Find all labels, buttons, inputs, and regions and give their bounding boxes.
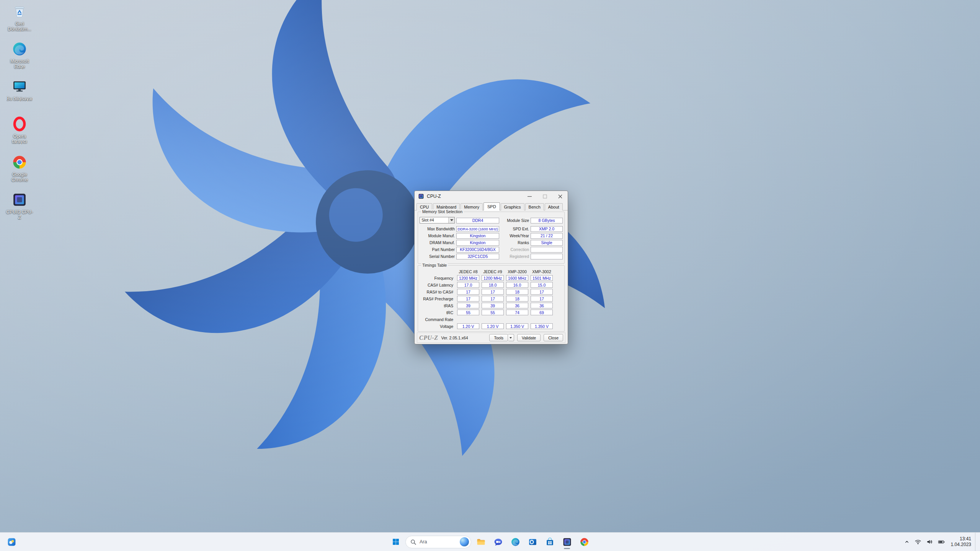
taskbar-clock[interactable]: 13:41 1.04.2023 xyxy=(948,536,974,548)
slot-select-value: Slot #4 xyxy=(420,218,448,222)
window-titlebar[interactable]: CPU-Z xyxy=(415,191,568,202)
desktop-icon-this-pc[interactable]: Bu bilgisayar xyxy=(5,79,34,101)
timing-cell: 55 xyxy=(457,310,479,315)
dram-manuf-field: Kingston xyxy=(456,240,499,246)
edge-button[interactable] xyxy=(508,534,523,549)
timing-cell: 39 xyxy=(482,303,504,308)
tab-spd[interactable]: SPD xyxy=(483,202,500,210)
network-tray-button[interactable] xyxy=(913,534,923,549)
timing-cell: 55 xyxy=(482,310,504,315)
close-dialog-button[interactable]: Close xyxy=(544,334,563,341)
field-label: Serial Number xyxy=(420,254,456,259)
opera-icon xyxy=(12,116,27,132)
timing-cell: 17 xyxy=(457,289,479,295)
timing-row-label: RAS# Precharge xyxy=(420,297,455,301)
cpuz-taskbar-button[interactable] xyxy=(559,534,575,549)
tray-overflow-button[interactable] xyxy=(902,534,912,549)
timing-cell-empty xyxy=(457,316,479,322)
desktop-icon-cpuz[interactable]: CPUID CPU-Z xyxy=(5,192,34,220)
max-bandwidth-field: DDR4-3200 (1600 MHz) xyxy=(456,226,499,232)
volume-tray-button[interactable] xyxy=(924,534,935,549)
memory-slot-selection-group: Memory Slot Selection Slot #4 DDR4 Max B… xyxy=(418,212,565,264)
file-explorer-button[interactable] xyxy=(473,534,488,549)
desktop-icon-label: CPUID CPU-Z xyxy=(5,209,34,220)
timing-cell: 1.20 V xyxy=(457,323,479,329)
chrome-button[interactable] xyxy=(577,534,592,549)
timing-row-label: CAS# Latency xyxy=(420,283,455,287)
start-button[interactable] xyxy=(388,534,403,549)
timing-cell: 36 xyxy=(506,303,528,308)
taskbar: Ara xyxy=(0,532,980,551)
desktop-icon-edge[interactable]: Microsoft Edge xyxy=(5,41,34,69)
registered-field xyxy=(531,254,563,259)
edge-icon xyxy=(511,537,520,547)
timing-row-label: tRC xyxy=(420,310,455,315)
desktop-icon-label: Geri Dönüşüm... xyxy=(5,21,34,32)
field-label: Part Number xyxy=(420,247,456,252)
timing-cell: 17 xyxy=(482,296,504,302)
timing-cell: 1200 MHz xyxy=(457,275,479,281)
tab-bench[interactable]: Bench xyxy=(525,203,544,210)
timing-cell: 1.350 V xyxy=(506,323,528,329)
timing-row-label: RAS# to CAS# xyxy=(420,290,455,294)
field-label: Registered xyxy=(501,254,531,259)
chevron-up-icon xyxy=(904,539,910,545)
timing-cell: 16.0 xyxy=(506,282,528,288)
module-size-field: 8 GBytes xyxy=(531,218,563,223)
timing-cell-empty xyxy=(482,316,504,322)
timing-cell: 17 xyxy=(482,289,504,295)
volume-icon xyxy=(926,538,933,545)
timing-cell: 18 xyxy=(506,289,528,295)
field-label: SPD Ext. xyxy=(501,227,531,231)
tab-graphics[interactable]: Graphics xyxy=(501,203,524,210)
validate-button[interactable]: Validate xyxy=(517,334,541,341)
timing-cell: 39 xyxy=(457,303,479,308)
field-label: Module Manuf. xyxy=(420,233,456,238)
tab-memory[interactable]: Memory xyxy=(461,203,483,210)
tab-about[interactable]: About xyxy=(545,203,563,210)
field-label: Module Size xyxy=(501,218,531,223)
maximize-button[interactable] xyxy=(537,191,552,202)
this-pc-icon xyxy=(12,79,27,94)
store-button[interactable] xyxy=(542,534,557,549)
desktop-icon-chrome[interactable]: Google Chrome xyxy=(5,155,34,183)
correction-field xyxy=(531,247,563,253)
ranks-field: Single xyxy=(531,240,563,246)
chrome-icon xyxy=(12,155,27,170)
field-label: Max Bandwidth xyxy=(420,227,456,231)
desktop-icon-opera[interactable]: Opera tarayıcı xyxy=(5,116,34,144)
timing-cell: 18 xyxy=(506,296,528,302)
timing-cell: 15.0 xyxy=(531,282,553,288)
close-button[interactable] xyxy=(552,191,568,202)
timings-table: JEDEC #8 JEDEC #9 XMP-3200 XMP-3002 Freq… xyxy=(420,269,553,329)
week-year-field: 21 / 22 xyxy=(531,233,563,239)
window-title: CPU-Z xyxy=(427,194,441,199)
widgets-button[interactable] xyxy=(4,534,19,549)
taskbar-search[interactable]: Ara xyxy=(405,536,471,548)
tools-button[interactable]: Tools xyxy=(489,334,508,341)
tools-dropdown-arrow[interactable] xyxy=(508,334,514,341)
timings-column-header: XMP-3002 xyxy=(531,269,553,274)
outlook-button[interactable] xyxy=(525,534,540,549)
spd-ext-field: XMP 2.0 xyxy=(531,226,563,232)
minimize-icon xyxy=(528,194,532,199)
timings-column-header: JEDEC #9 xyxy=(482,269,504,274)
part-number-field: KF3200C16D4/8GX xyxy=(456,247,499,253)
timing-row-label: tRAS xyxy=(420,303,455,308)
cpuz-logo: CPU-Z xyxy=(419,334,438,341)
close-icon xyxy=(558,194,562,199)
show-desktop-button[interactable] xyxy=(975,533,978,551)
timings-column-header: JEDEC #8 xyxy=(457,269,479,274)
maximize-icon xyxy=(543,194,547,199)
outlook-icon xyxy=(528,537,537,547)
slot-select-dropdown[interactable]: Slot #4 xyxy=(420,217,455,223)
timing-cell: 1200 MHz xyxy=(482,275,504,281)
desktop-icon-recycle-bin[interactable]: Geri Dönüşüm... xyxy=(5,4,34,32)
widgets-icon xyxy=(7,537,16,547)
minimize-button[interactable] xyxy=(522,191,537,202)
timing-cell: 17.0 xyxy=(457,282,479,288)
timing-cell: 1.20 V xyxy=(482,323,504,329)
chat-button[interactable] xyxy=(490,534,506,549)
battery-tray-button[interactable] xyxy=(936,534,947,549)
clock-date: 1.04.2023 xyxy=(951,542,971,548)
